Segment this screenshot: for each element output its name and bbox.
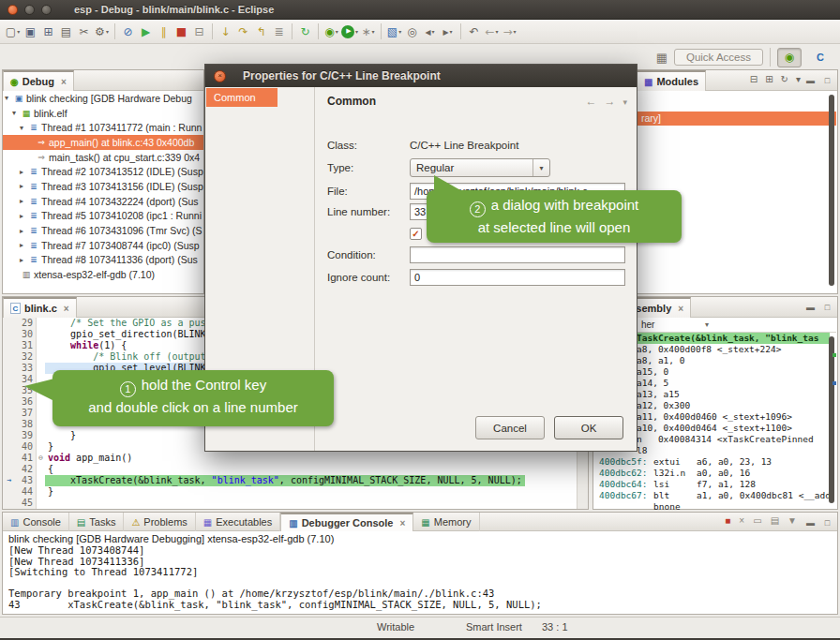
new-wizard-button[interactable]: ▢▾ [4,22,22,42]
editor-ruler[interactable] [3,329,16,340]
dialog-titlebar[interactable]: × Properties for C/C++ Line Breakpoint [205,65,637,87]
editor-line[interactable]: 45 [3,498,577,509]
resume-button[interactable]: ▶ [137,22,155,42]
editor-line-number[interactable]: 33 [16,363,37,374]
disassembly-scrollbar[interactable] [829,336,834,503]
debug-tree-row[interactable]: ⇒app_main() at blink.c:43 0x400db [3,135,203,150]
tree-expand-icon[interactable]: ▾ [12,109,21,117]
editor-line-number[interactable]: 32 [16,351,37,363]
tree-expand-icon[interactable]: ▸ [20,197,28,205]
editor-line-number[interactable]: 38 [16,419,37,430]
editor-ruler[interactable] [3,464,16,475]
scroll-lock-icon[interactable]: ▤ [768,515,782,526]
disassembly-row[interactable]: 400dbc67:blta1, a0, 0x400dbc81 <__adddf3 [593,490,830,501]
restart-button[interactable]: ↻ [296,22,314,42]
chevron-down-icon[interactable]: ▾ [705,320,709,329]
tree-expand-icon[interactable]: ▸ [20,168,28,176]
disassembly-row[interactable]: 400dbc62:l32i.na0, a0, 16 [593,468,830,479]
tab-console[interactable]: ▥Console [3,513,69,531]
disconnect-button[interactable]: ⊟ [190,22,208,42]
step-return-button[interactable]: ↰ [252,22,270,42]
close-icon[interactable]: × [399,518,405,528]
editor-ruler[interactable] [3,396,16,408]
cancel-button[interactable]: Cancel [475,416,545,439]
disassembly-row[interactable]: 400dbc5f:extuia6, a0, 23, 13 [593,456,830,468]
condition-field[interactable] [410,246,625,263]
remove-launch-icon[interactable]: × [736,515,747,526]
debug-tree-row[interactable]: ▾▦blink.elf [3,106,203,121]
save-button[interactable]: ▣ [22,22,39,42]
clear-console-icon[interactable]: ▭ [750,515,764,526]
tab-memory[interactable]: ▦Memory [413,513,479,531]
ok-button[interactable]: OK [554,416,623,439]
maximize-icon[interactable]: □ [820,74,834,87]
editor-line-number[interactable]: 45 [16,498,37,509]
editor-line-number[interactable]: 42 [16,464,37,475]
build-button[interactable]: ⚙▾ [93,22,111,42]
skip-breakpoints-button[interactable]: ⊘ [119,22,137,42]
editor-line-number[interactable]: 39 [16,430,37,441]
disassembly-row[interactable]: 400dbc64:lsif7, a1, 128 [593,479,830,490]
cut-button[interactable]: ✂ [75,22,93,42]
close-icon[interactable]: × [64,304,69,314]
debug-perspective-button[interactable]: ◉ [777,48,802,67]
step-into-button[interactable]: ↓ [217,22,234,42]
editor-line[interactable]: 44} [3,486,577,498]
tab-blink-c[interactable]: C blink.c × [3,297,77,318]
editor-ruler[interactable] [3,385,16,396]
editor-line[interactable]: 42{ [3,464,577,475]
fold-minus-icon[interactable]: ⊖ [37,453,45,464]
editor-ruler[interactable] [3,453,16,464]
last-edit-button[interactable]: ↶ [465,22,483,42]
editor-ruler[interactable] [3,340,16,351]
tab-executables[interactable]: ▦Executables [196,513,280,531]
quick-access-button[interactable]: Quick Access [674,49,763,66]
editor-ruler[interactable] [3,363,16,374]
view-menu-icon[interactable]: ▾ [793,74,803,84]
editor-ruler[interactable] [3,318,16,329]
editor-line[interactable]: 41⊖void app_main() [3,453,577,464]
tree-expand-icon[interactable]: ▸ [20,212,28,220]
save-all-button[interactable]: ⊞ [39,22,57,42]
debug-tree-row[interactable]: ▸≣Thread #3 1073413156 (IDLE) (Susp [3,179,203,194]
editor-line-number[interactable]: 37 [16,408,37,419]
annotation-next-button[interactable]: ▸▾ [439,22,457,42]
new-project-button[interactable]: ▧▾ [385,22,403,42]
folder-button[interactable]: ▤ [57,22,75,42]
debug-tree-row[interactable]: ▸≣Thread #4 1073432224 (dport) (Sus [3,194,203,209]
tree-expand-icon[interactable]: ▾ [20,124,28,132]
tab-debugger-console[interactable]: ▥Debugger Console× [280,513,413,531]
tree-expand-icon[interactable]: ▾ [5,94,13,102]
debug-tree-row[interactable]: ▸≣Thread #2 1073413512 (IDLE) (Susp [3,164,203,179]
type-select[interactable]: Regular ▾ [410,158,550,177]
tab-problems[interactable]: ⚠Problems [124,513,195,531]
minimize-icon[interactable]: ▬ [803,74,818,87]
terminate-button[interactable]: ■ [172,22,190,42]
editor-line[interactable]: →43 xTaskCreate(&blink_task, "blink_task… [3,475,577,486]
editor-ruler[interactable] [3,351,16,363]
window-maximize-button[interactable] [41,5,52,15]
debug-tree-row[interactable]: ▸≣Thread #5 1073410208 (ipc1 : Runni [3,209,203,224]
view-menu-icon[interactable]: ▾ [622,97,627,108]
debug-tree-row[interactable]: ▸≣Thread #8 1073411336 (dport) (Sus [3,253,203,268]
annotation-prev-button[interactable]: ◂▾ [421,22,439,42]
editor-line-number[interactable]: 40 [16,441,37,453]
tab-debug[interactable]: ◉ Debug × [3,70,74,91]
expand-all-icon[interactable]: ⊞ [762,74,775,84]
debug-tree-row[interactable]: ⇒main_task() at cpu_start.c:339 0x4 [3,150,203,165]
location-input[interactable]: her [641,320,654,330]
editor-line-number[interactable]: 41 [16,453,37,464]
instruction-pointer-icon[interactable]: → [3,475,16,486]
step-over-button[interactable]: ↷ [234,22,252,42]
run-button[interactable]: ▶▾ [340,22,359,42]
window-close-button[interactable] [8,5,18,15]
ignore-count-field[interactable]: 0 [410,269,625,286]
enabled-checkbox[interactable]: ✓ [410,228,422,240]
debug-tree-row[interactable]: ▥xtensa-esp32-elf-gdb (7.10) [3,267,203,282]
minimize-icon[interactable]: ▬ [803,516,818,529]
tree-expand-icon[interactable]: ▸ [20,241,28,249]
debug-button[interactable]: ◉▾ [322,22,340,42]
close-icon[interactable]: × [61,77,67,87]
editor-ruler[interactable] [3,408,16,419]
maximize-icon[interactable]: □ [820,516,834,529]
